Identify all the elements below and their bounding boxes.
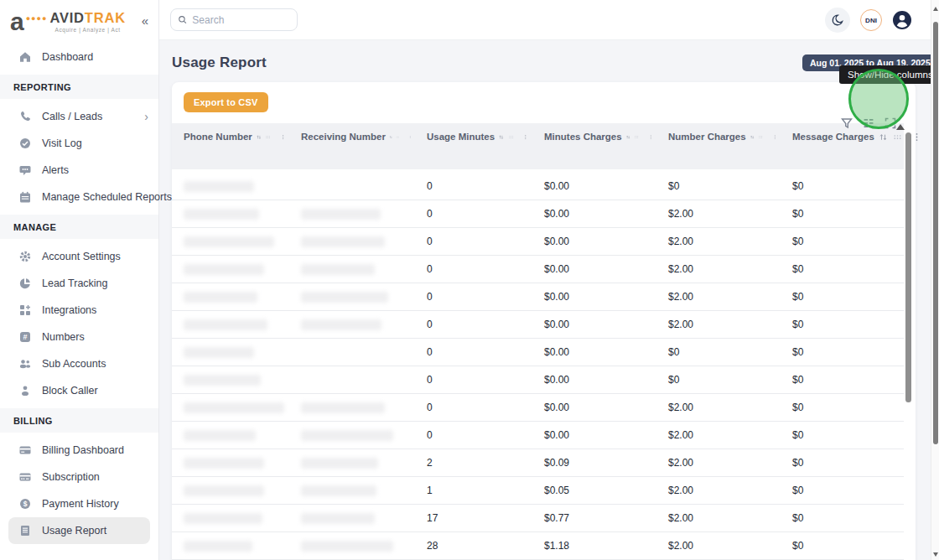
logo-text: AVIDTRAK (49, 11, 125, 25)
filter-icon[interactable] (840, 117, 853, 130)
sidebar-item-payment-history[interactable]: $Payment History (0, 490, 158, 517)
minutes-charges-cell: $0.00 (532, 236, 656, 247)
page-scrollbar[interactable] (931, 0, 939, 560)
minutes-charges-cell: $0.77 (532, 512, 656, 524)
receiving-number-cell (289, 541, 415, 552)
phone-number-cell (172, 181, 289, 192)
globe-icon (18, 137, 32, 150)
sidebar-item-alerts[interactable]: Alerts (0, 157, 158, 184)
sidebar-item-usage-report[interactable]: Usage Report (8, 517, 150, 544)
kebab-icon[interactable] (408, 132, 412, 143)
sidebar-item-block-caller[interactable]: Block Caller (0, 377, 158, 404)
sidebar-item-calls-leads[interactable]: Calls / Leads› (0, 103, 158, 130)
sort-icon[interactable] (750, 132, 755, 143)
moon-icon (831, 13, 844, 27)
usage-minutes-cell: 1 (415, 485, 532, 496)
message-charges-cell: $0 (781, 429, 904, 441)
minutes-charges-cell: $0.00 (532, 208, 656, 220)
user-avatar[interactable] (892, 10, 912, 30)
redacted-phone-number (184, 347, 254, 358)
kebab-icon[interactable] (772, 132, 777, 143)
number-charges-cell: $2.00 (656, 208, 781, 220)
usage-minutes-cell: 0 (415, 236, 532, 247)
columns-icon[interactable] (862, 117, 875, 130)
kebab-icon[interactable] (911, 132, 922, 143)
message-charges-cell: $0 (781, 236, 904, 247)
message-charges-cell: $0 (781, 512, 904, 524)
redacted-receiving-number (301, 402, 385, 413)
sidebar-item-lead-tracking[interactable]: Lead Tracking (0, 270, 158, 297)
sidebar-item-integrations[interactable]: Integrations (0, 297, 158, 324)
column-header-message-charges[interactable]: Message Charges (781, 123, 926, 169)
sidebar-item-subscription[interactable]: Subscription (0, 464, 158, 490)
receiving-number-cell (289, 236, 415, 247)
column-header-number-charges[interactable]: Number Charges (656, 123, 781, 169)
sort-icon[interactable] (878, 132, 889, 143)
sidebar-item-label: Subscription (42, 471, 100, 483)
dni-badge[interactable]: DNI (860, 9, 882, 31)
redacted-receiving-number (301, 485, 376, 496)
table-scrollbar-thumb[interactable] (905, 132, 911, 402)
sidebar-item-account-settings[interactable]: Account Settings (0, 243, 158, 270)
dark-mode-toggle[interactable] (825, 8, 850, 33)
sidebar-item-label: Block Caller (42, 385, 98, 397)
message-charges-cell: $0 (781, 291, 904, 303)
sidebar-item-dashboard[interactable]: Dashboard (0, 44, 158, 70)
search-box[interactable] (170, 8, 298, 31)
table-row: 0$0.00$2.00$0 (172, 283, 904, 311)
sidebar-item-label: Lead Tracking (42, 277, 108, 289)
redacted-phone-number (184, 430, 256, 441)
redacted-phone-number (184, 264, 264, 275)
table-scroll-up-arrow[interactable] (896, 124, 905, 130)
sidebar-item-billing-dashboard[interactable]: Billing Dashboard (0, 437, 158, 464)
scrollbar-down-arrow[interactable] (933, 552, 938, 557)
column-header-usage-minutes[interactable]: Usage Minutes (415, 123, 532, 169)
table-row: 0$0.00$0$0 (172, 366, 904, 394)
table-row: 0$0.00$0$0 (172, 173, 904, 200)
kebab-icon[interactable] (280, 132, 286, 143)
redacted-phone-number (184, 209, 259, 220)
sidebar-item-manage-scheduled-reports[interactable]: Manage Scheduled Reports (0, 184, 158, 210)
table-row: 0$0.00$2.00$0 (172, 256, 904, 283)
phone-number-cell (172, 402, 289, 413)
sort-icon[interactable] (389, 132, 392, 143)
message-charges-cell: $0 (781, 402, 904, 413)
sidebar-collapse-icon[interactable]: « (142, 13, 148, 28)
phone-number-cell (172, 430, 289, 441)
sort-icon[interactable] (256, 132, 262, 143)
minutes-charges-cell: $0.05 (532, 485, 656, 496)
sort-icon[interactable] (625, 132, 630, 143)
search-input[interactable] (192, 14, 290, 26)
kebab-icon[interactable] (648, 132, 653, 143)
sidebar-item-label: Integrations (42, 304, 96, 316)
redacted-receiving-number (301, 236, 385, 247)
column-header-minutes-charges[interactable]: Minutes Charges (532, 123, 656, 169)
pie-icon (18, 277, 32, 290)
column-header-receiving-number[interactable]: Receiving Number (289, 123, 415, 169)
redacted-receiving-number (301, 458, 378, 469)
kebab-icon[interactable] (522, 132, 529, 143)
receiving-number-cell (289, 402, 415, 413)
sort-icon[interactable] (498, 132, 505, 143)
chevron-right-icon: › (144, 111, 148, 122)
number-charges-cell: $2.00 (656, 485, 781, 496)
message-charges-cell: $0 (781, 540, 904, 552)
fullscreen-icon[interactable] (884, 117, 897, 130)
sidebar-item-visit-log[interactable]: Visit Log (0, 130, 158, 157)
sidebar-item-numbers[interactable]: #Numbers (0, 324, 158, 350)
minutes-charges-cell: $0.00 (532, 374, 656, 386)
sidebar-nav: DashboardREPORTINGCalls / Leads›Visit Lo… (0, 44, 158, 544)
usage-minutes-cell: 0 (415, 374, 532, 386)
export-to-csv-button[interactable]: Export to CSV (184, 92, 268, 112)
message-charges-cell: $0 (781, 208, 904, 220)
page-scrollbar-thumb[interactable] (933, 22, 938, 444)
drag-icon (634, 132, 639, 143)
sidebar-item-sub-accounts[interactable]: Sub Accounts (0, 350, 158, 377)
scrollbar-up-arrow[interactable] (933, 7, 938, 11)
receiving-number-cell (289, 430, 415, 441)
main-content: Usage Report Export to CSV Phone NumberR… (159, 40, 939, 560)
column-header-phone-number[interactable]: Phone Number (172, 123, 289, 169)
logo-tagline: Acquire | Analyze | Act (49, 27, 125, 33)
number-charges-cell: $2.00 (656, 263, 781, 275)
minutes-charges-cell: $0.00 (532, 180, 656, 192)
